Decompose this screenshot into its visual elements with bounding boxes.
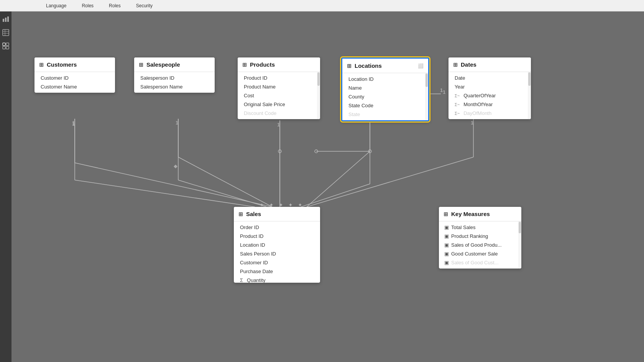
field-label: State Code bbox=[348, 103, 373, 108]
field-label: Product ID bbox=[240, 233, 263, 239]
svg-rect-0 bbox=[3, 19, 4, 22]
salespeople-title: Salespeople bbox=[146, 61, 180, 68]
svg-rect-7 bbox=[3, 43, 5, 46]
field-discount-code: Discount Code bbox=[238, 109, 320, 118]
field-state-code: State Code bbox=[342, 101, 428, 110]
chart-view-icon[interactable] bbox=[2, 15, 10, 23]
sales-table[interactable]: ⊞ Sales Order ID Product ID Location ID … bbox=[234, 207, 320, 283]
sales-good-cust-icon: ▣ bbox=[444, 260, 449, 265]
svg-rect-9 bbox=[3, 46, 5, 49]
sales-title: Sales bbox=[246, 211, 261, 217]
sales-table-icon: ⊞ bbox=[238, 211, 243, 217]
key-measures-table[interactable]: ⊞ Key Measures ▣ Total Sales ▣ Product R… bbox=[439, 207, 521, 269]
dayofmonth-func-icon: Σ~ bbox=[455, 111, 460, 116]
dates-table[interactable]: ⊞ Dates Date Year Σ~ QuarterOfYear Σ~ Mo… bbox=[449, 57, 531, 119]
field-dayofmonth: Σ~ DayOfMonth bbox=[449, 109, 531, 118]
field-year: Year bbox=[449, 82, 531, 91]
field-sales-product-id: Product ID bbox=[234, 232, 320, 241]
field-monthofyear: Σ~ MonthOfYear bbox=[449, 100, 531, 109]
language-menu[interactable]: Language bbox=[46, 3, 66, 8]
locations-header: ⊞ Locations ⬜ bbox=[342, 59, 428, 73]
field-sales-customer-id: Customer ID bbox=[234, 258, 320, 267]
sales-good-produ-icon: ▣ bbox=[444, 242, 449, 248]
field-label: Location ID bbox=[240, 242, 265, 248]
svg-rect-3 bbox=[3, 29, 9, 36]
left-sidebar bbox=[0, 11, 12, 362]
field-label: County bbox=[348, 94, 364, 100]
table-view-icon[interactable] bbox=[2, 29, 10, 36]
field-original-sale-price: Original Sale Price bbox=[238, 100, 320, 109]
product-ranking-icon: ▣ bbox=[444, 233, 449, 239]
products-header: ⊞ Products bbox=[238, 57, 320, 72]
field-state: State bbox=[342, 110, 428, 119]
key-measures-scroll-thumb bbox=[519, 222, 521, 233]
products-scrollbar[interactable] bbox=[317, 72, 320, 119]
field-county: County bbox=[342, 92, 428, 101]
key-measures-scrollbar[interactable] bbox=[518, 221, 521, 269]
field-salesperson-id: Salesperson ID bbox=[134, 74, 215, 82]
field-label: Quantity bbox=[247, 277, 265, 283]
field-label: Location ID bbox=[348, 76, 374, 82]
field-cost: Cost bbox=[238, 91, 320, 100]
svg-text:1: 1 bbox=[72, 121, 75, 127]
locations-scrollbar[interactable] bbox=[425, 73, 428, 120]
dates-table-icon: ⊞ bbox=[453, 62, 458, 68]
key-measures-icon: ⊞ bbox=[444, 211, 448, 217]
field-label: Salesperson ID bbox=[140, 75, 174, 81]
products-table-icon: ⊞ bbox=[242, 62, 247, 68]
field-label: Customer ID bbox=[41, 75, 69, 81]
quantity-sigma-icon: Σ bbox=[240, 277, 243, 283]
svg-text:1: 1 bbox=[176, 120, 178, 126]
customers-table[interactable]: ⊞ Customers Customer ID Customer Name bbox=[34, 57, 115, 93]
customers-body: Customer ID Customer Name bbox=[34, 72, 115, 93]
field-customer-name: Customer Name bbox=[34, 82, 115, 91]
svg-text:1: 1 bbox=[471, 120, 473, 126]
field-salesperson-name: Salesperson Name bbox=[134, 82, 215, 91]
dates-scrollbar[interactable] bbox=[528, 72, 531, 119]
sales-body: Order ID Product ID Location ID Sales Pe… bbox=[234, 221, 320, 283]
customers-header: ⊞ Customers bbox=[34, 57, 115, 72]
field-label: Sales Person ID bbox=[240, 251, 276, 257]
field-label: Cost bbox=[244, 93, 254, 98]
field-order-id: Order ID bbox=[234, 223, 320, 232]
field-label: QuarterOfYear bbox=[463, 93, 496, 98]
customers-table-icon: ⊞ bbox=[39, 62, 44, 68]
field-product-id: Product ID bbox=[238, 74, 320, 82]
products-table[interactable]: ⊞ Products Product ID Product Name Cost … bbox=[238, 57, 320, 119]
svg-line-12 bbox=[75, 163, 272, 207]
field-quarterofyear: Σ~ QuarterOfYear bbox=[449, 91, 531, 100]
measure-label: Sales of Good Cust... bbox=[451, 260, 499, 265]
roles-menu-2[interactable]: Roles bbox=[109, 3, 121, 8]
field-name: Name bbox=[342, 84, 428, 92]
field-label: Product Name bbox=[244, 84, 276, 90]
dates-body: Date Year Σ~ QuarterOfYear Σ~ MonthOfYea… bbox=[449, 72, 531, 119]
field-customer-id: Customer ID bbox=[34, 74, 115, 82]
salespeople-table[interactable]: ⊞ Salespeople Salesperson ID Salesperson… bbox=[134, 57, 215, 93]
roles-menu-1[interactable]: Roles bbox=[82, 3, 94, 8]
svg-point-25 bbox=[368, 150, 371, 153]
measure-label: Product Ranking bbox=[451, 233, 488, 239]
quarterofyear-func-icon: Σ~ bbox=[455, 93, 460, 98]
locations-body: Location ID Name County State Code State bbox=[342, 73, 428, 120]
dates-title: Dates bbox=[461, 61, 476, 68]
field-sales-person-id: Sales Person ID bbox=[234, 249, 320, 258]
field-label: Discount Code bbox=[244, 110, 276, 116]
locations-table-icon: ⊞ bbox=[347, 63, 352, 69]
measure-good-customer-sale: ▣ Good Customer Sale bbox=[439, 249, 521, 258]
svg-text:◆: ◆ bbox=[174, 163, 177, 169]
svg-rect-8 bbox=[6, 43, 9, 46]
svg-line-39 bbox=[301, 184, 370, 207]
field-purchase-date: Purchase Date bbox=[234, 267, 320, 276]
svg-line-23 bbox=[307, 151, 370, 207]
locations-table[interactable]: ⊞ Locations ⬜ Location ID Name County St… bbox=[341, 57, 429, 121]
top-bar: Language Roles Roles Security bbox=[0, 0, 644, 11]
security-menu[interactable]: Security bbox=[136, 3, 153, 8]
locations-maximize-icon[interactable]: ⬜ bbox=[418, 63, 424, 69]
svg-line-37 bbox=[178, 180, 266, 207]
svg-text:1: 1 bbox=[72, 120, 75, 126]
field-label: Customer ID bbox=[240, 260, 268, 265]
key-measures-header: ⊞ Key Measures bbox=[439, 207, 521, 221]
svg-line-44 bbox=[307, 157, 473, 207]
salespeople-body: Salesperson ID Salesperson Name bbox=[134, 72, 215, 93]
model-view-icon[interactable] bbox=[2, 42, 10, 50]
